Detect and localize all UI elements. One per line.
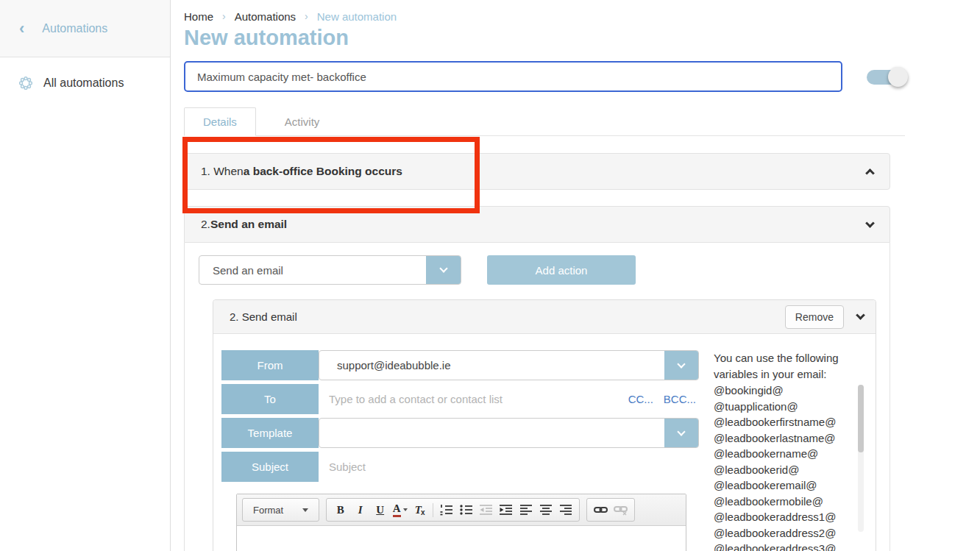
action-type-select[interactable]: Send an email — [199, 255, 461, 285]
breadcrumb-current: New automation — [317, 10, 397, 23]
remove-button[interactable]: Remove — [785, 305, 844, 329]
remove-format-button[interactable]: T x — [410, 500, 430, 519]
variable-item: @leadbookermobile@ — [714, 494, 870, 510]
bcc-link[interactable]: BCC... — [664, 393, 696, 405]
to-field-row: To CC... BCC... — [221, 384, 699, 414]
sidebar: ‹ Automations All automations — [0, 0, 171, 551]
spinner-dots-icon — [18, 75, 34, 91]
bullet-list-button[interactable] — [456, 500, 476, 519]
variable-item: @tuapplication@ — [714, 399, 870, 415]
text-color-button[interactable]: A — [390, 500, 410, 519]
collapse-chevron-icon[interactable] — [865, 168, 875, 178]
breadcrumb-automations[interactable]: Automations — [235, 10, 296, 23]
align-center-button[interactable] — [536, 500, 555, 519]
automation-enabled-toggle[interactable] — [867, 66, 908, 88]
breadcrumb: Home › Automations › New automation — [184, 9, 980, 24]
sidebar-item-label: All automations — [43, 77, 124, 90]
breadcrumb-separator-icon: › — [305, 10, 308, 22]
align-right-button[interactable] — [555, 500, 575, 519]
cc-link[interactable]: CC... — [628, 393, 653, 405]
step2-section: 2. Send an email Send an email Add actio… — [184, 206, 890, 551]
expand-chevron-icon[interactable] — [865, 218, 875, 228]
template-select[interactable] — [319, 418, 699, 448]
text-style-group: B I U A T — [326, 498, 580, 522]
sidebar-section-title: Automations — [42, 22, 107, 35]
template-field-row: Template — [221, 418, 699, 448]
add-action-button[interactable]: Add action — [487, 255, 636, 285]
subject-field-row: Subject — [221, 452, 699, 482]
tab-bar: Details Activity — [184, 107, 905, 136]
page-title: New automation — [184, 26, 980, 50]
variable-item: @leadbookerlastname@ — [714, 430, 870, 447]
variables-intro: You can use the following variables in y… — [714, 350, 861, 383]
dropdown-zone[interactable] — [664, 351, 698, 380]
breadcrumb-separator-icon: › — [222, 10, 226, 22]
step1-section: 1. When a back-office Booking occurs — [184, 153, 890, 190]
format-dropdown[interactable]: Format — [246, 500, 315, 519]
send-email-panel-title: 2. Send email — [230, 310, 297, 323]
main-content: Home › Automations › New automation New … — [171, 0, 980, 551]
step2-title-prefix: 2. — [201, 218, 210, 231]
email-body-editor: Format B I U A — [236, 494, 686, 551]
remove-link-button[interactable] — [611, 500, 631, 519]
automation-name-input[interactable] — [184, 61, 842, 92]
chevron-down-icon — [677, 427, 685, 436]
tab-activity[interactable]: Activity — [269, 108, 336, 135]
variable-item: @leadbookeremail@ — [714, 477, 870, 494]
send-email-panel-body: From support@ideabubble.ie — [213, 334, 876, 551]
to-input[interactable] — [319, 384, 628, 414]
back-chevron-icon[interactable]: ‹ — [19, 21, 24, 37]
variable-item: @leadbookeraddress3@ — [714, 541, 870, 551]
automation-name-row — [184, 61, 980, 92]
from-label: From — [221, 350, 319, 380]
step2-body: Send an email Add action 2. Send email R… — [184, 243, 890, 551]
variables-scrollbar-thumb[interactable] — [858, 385, 864, 452]
chevron-down-icon — [439, 264, 447, 272]
dropdown-zone[interactable] — [664, 419, 698, 447]
chevron-down-icon — [677, 360, 685, 368]
template-label: Template — [221, 418, 319, 448]
sidebar-back-header[interactable]: ‹ Automations — [0, 0, 170, 57]
align-left-button[interactable] — [516, 500, 536, 519]
action-selector-row: Send an email Add action — [199, 255, 876, 285]
increase-indent-button[interactable] — [496, 500, 516, 519]
variable-item: @leadbookerfirstname@ — [714, 414, 870, 430]
subject-label: Subject — [221, 452, 319, 482]
numbered-list-button[interactable] — [436, 500, 456, 519]
step1-header[interactable]: 1. When a back-office Booking occurs — [184, 153, 890, 190]
sidebar-item-all-automations[interactable]: All automations — [0, 57, 170, 91]
email-fields-column: From support@ideabubble.ie — [221, 350, 699, 551]
link-group — [586, 498, 635, 522]
send-email-panel: 2. Send email Remove From support@ide — [213, 299, 876, 551]
tab-details[interactable]: Details — [184, 107, 256, 136]
variable-item: @bookingid@ — [714, 383, 870, 399]
toolbar-separator — [433, 503, 433, 517]
step2-title-bold: Send an email — [210, 218, 287, 231]
from-select[interactable]: support@ideabubble.ie — [319, 350, 699, 380]
subject-input[interactable] — [319, 452, 699, 482]
send-email-panel-header[interactable]: 2. Send email Remove — [213, 300, 876, 334]
italic-button[interactable]: I — [350, 500, 370, 519]
editor-toolbar: Format B I U A — [237, 494, 686, 526]
variable-item: @leadbookeraddress2@ — [714, 525, 870, 541]
app-window: ‹ Automations All automations Home › Aut… — [0, 0, 980, 551]
bold-button[interactable]: B — [330, 500, 350, 519]
chevron-down-icon — [403, 508, 408, 511]
collapse-panel-chevron-icon[interactable] — [856, 310, 865, 320]
step1-title-bold: a back-office Booking occurs — [244, 165, 402, 178]
variable-item: @leadbookerid@ — [714, 462, 870, 478]
variable-item: @leadbookeraddress1@ — [714, 509, 870, 525]
email-body-input[interactable] — [237, 526, 686, 551]
toggle-knob — [888, 67, 908, 87]
insert-link-button[interactable] — [591, 500, 611, 519]
dropdown-zone[interactable] — [426, 256, 461, 284]
underline-button[interactable]: U — [370, 500, 390, 519]
step1-title-prefix: 1. When — [201, 165, 244, 178]
breadcrumb-home[interactable]: Home — [184, 10, 213, 23]
step2-header[interactable]: 2. Send an email — [184, 206, 890, 243]
chevron-down-icon — [302, 508, 308, 512]
from-field-row: From support@ideabubble.ie — [221, 350, 699, 380]
variables-list: @bookingid@@tuapplication@@leadbookerfir… — [714, 383, 870, 551]
from-value: support@ideabubble.ie — [319, 351, 664, 380]
decrease-indent-button[interactable] — [476, 500, 496, 519]
